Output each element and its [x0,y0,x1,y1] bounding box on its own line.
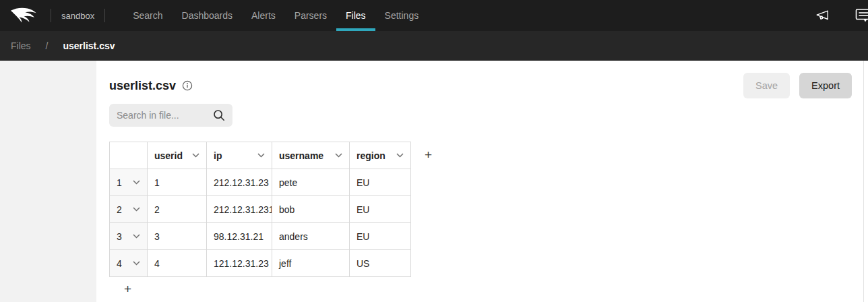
column-header-label: userid [154,150,183,161]
csv-table: userid ip username [109,142,411,277]
table-cell-userid[interactable]: 2 [148,196,207,223]
column-header-label: username [279,150,323,161]
left-sidebar [0,61,96,302]
export-button[interactable]: Export [799,73,852,98]
table-cell-region[interactable]: EU [350,223,411,250]
row-number-cell[interactable]: 4 [110,250,148,277]
nav-item-search[interactable]: Search [123,0,172,31]
table-cell-region[interactable]: EU [350,169,411,196]
column-header-label: ip [214,150,222,161]
falcon-icon [9,6,39,26]
nav-item-settings[interactable]: Settings [375,0,429,31]
nav-item-alerts[interactable]: Alerts [242,0,285,31]
add-column-button[interactable]: + [425,142,432,169]
save-button[interactable]: Save [743,73,790,98]
breadcrumb: Files / userlist.csv [0,31,868,61]
chevron-down-icon[interactable] [192,153,199,158]
row-number-cell[interactable]: 2 [110,196,148,223]
row-number: 4 [117,258,122,269]
table-cell-username[interactable]: bob [272,196,350,223]
table-cell-ip[interactable]: 212.12.31.231 [207,196,272,223]
table-cell-ip[interactable]: 212.12.31.23 [207,169,272,196]
header-corner-cell [110,142,148,169]
content-area: userlist.csv Save Export [0,61,868,302]
nav-item-files[interactable]: Files [336,0,375,31]
file-editor-panel: userlist.csv Save Export [96,61,868,297]
column-header-username[interactable]: username [272,142,350,169]
nav-item-dashboards[interactable]: Dashboards [173,0,243,31]
column-header-userid[interactable]: userid [148,142,207,169]
table-cell-userid[interactable]: 4 [148,250,207,277]
row-number: 1 [117,177,122,188]
scrollbar-track[interactable] [863,61,864,302]
breadcrumb-files-link[interactable]: Files [11,40,31,51]
row-number-cell[interactable]: 1 [110,169,148,196]
table-area: userid ip username [109,142,852,277]
table-cell-userid[interactable]: 3 [148,223,207,250]
topnav-right-icons [815,7,868,24]
megaphone-icon[interactable] [815,8,830,23]
row-number: 3 [117,231,122,242]
table-cell-username[interactable]: anders [272,223,350,250]
chevron-down-icon[interactable] [396,153,404,158]
table-cell-region[interactable]: US [350,250,411,277]
search-box[interactable] [109,104,232,127]
column-header-region[interactable]: region [350,142,411,169]
table-cell-ip[interactable]: 98.12.31.21 [207,223,272,250]
crowdstrike-falcon-logo[interactable] [9,5,40,26]
search-icon[interactable] [213,109,225,121]
search-input[interactable] [117,110,213,121]
info-icon[interactable] [182,80,193,91]
add-row-button[interactable]: + [124,282,131,297]
column-header-label: region [356,150,385,161]
breadcrumb-separator: / [46,40,49,51]
table-cell-ip[interactable]: 121.12.31.23 [207,250,272,277]
divider [51,9,51,22]
table-cell-region[interactable]: EU [350,196,411,223]
nav-item-parsers[interactable]: Parsers [285,0,336,31]
chevron-down-icon[interactable] [133,180,140,185]
chevron-down-icon[interactable] [133,207,140,212]
row-number-cell[interactable]: 3 [110,223,148,250]
page-title: userlist.csv [109,79,176,93]
row-number: 2 [117,204,122,215]
search-row [109,104,852,127]
feedback-bubble-icon[interactable] [855,7,868,24]
title-actions: Save Export [743,73,852,98]
top-navigation-bar: sandbox Search Dashboards Alerts Parsers… [0,0,868,31]
breadcrumb-current-file: userlist.csv [63,40,115,51]
table-cell-userid[interactable]: 1 [148,169,207,196]
chevron-down-icon[interactable] [257,153,265,158]
title-row: userlist.csv Save Export [109,73,852,98]
workspace-name[interactable]: sandbox [61,11,94,21]
table-cell-username[interactable]: jeff [272,250,350,277]
chevron-down-icon[interactable] [335,153,342,158]
column-header-ip[interactable]: ip [207,142,272,169]
main-nav: Search Dashboards Alerts Parsers Files S… [123,0,428,31]
chevron-down-icon[interactable] [133,261,140,266]
chevron-down-icon[interactable] [133,234,140,239]
divider [104,9,105,22]
table-cell-username[interactable]: pete [272,169,350,196]
